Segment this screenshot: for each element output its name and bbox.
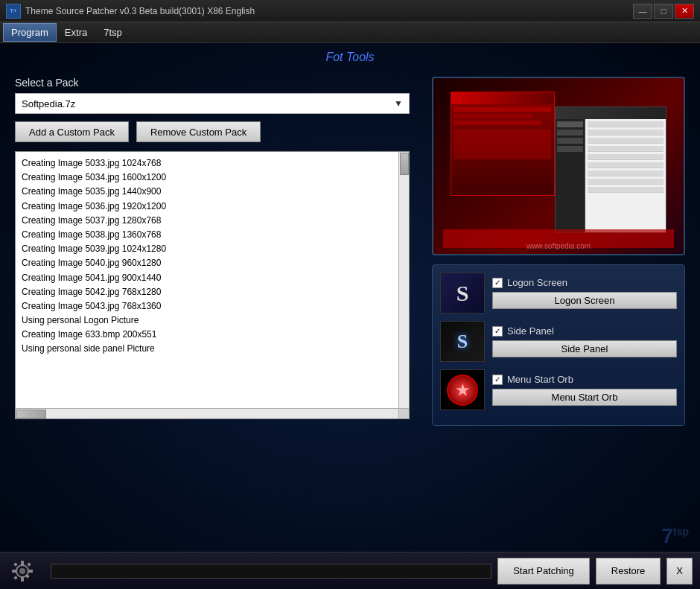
close-button[interactable]: ✕: [675, 4, 694, 19]
svg-rect-12: [27, 562, 31, 567]
option-row-0: SLogon ScreenLogon Screen: [440, 273, 677, 313]
option-checkbox-row-1: Side Panel: [492, 325, 677, 337]
add-custom-pack-button[interactable]: Add a Custom Pack: [15, 121, 129, 142]
scrollbar-thumb-horizontal[interactable]: [16, 410, 46, 418]
log-line: Creating Image 5033.jpg 1024x768: [22, 156, 392, 171]
preview-sidebar: [556, 119, 585, 232]
option-checkbox-row-2: Menu Start Orb: [492, 374, 677, 385]
right-panel: www.softpedia.com SLogon ScreenLogon Scr…: [432, 77, 685, 426]
option-controls-2: Menu Start OrbMenu Start Orb: [492, 374, 677, 406]
horizontal-scrollbar[interactable]: [16, 408, 398, 418]
preview-content: [585, 119, 666, 232]
chevron-down-icon: ▼: [394, 98, 403, 109]
svg-rect-5: [21, 561, 24, 565]
title-bar: T+ Theme Source Patcher v0.3 Beta build(…: [0, 0, 700, 22]
log-content: Creating Image 5033.jpg 1024x768Creating…: [16, 152, 398, 361]
svg-rect-7: [12, 570, 16, 573]
vertical-scrollbar[interactable]: [398, 152, 409, 408]
gear-icon: [7, 556, 37, 586]
log-line: Creating Image 5036.jpg 1920x1200: [22, 200, 392, 214]
option-row-2: ★Menu Start OrbMenu Start Orb: [440, 369, 677, 410]
maximize-button[interactable]: □: [654, 4, 673, 19]
log-container: Creating Image 5033.jpg 1024x768Creating…: [15, 151, 410, 419]
preview-explorer: [555, 106, 666, 233]
svg-text:★: ★: [456, 382, 470, 398]
option-button-1[interactable]: Side Panel: [492, 340, 677, 357]
preview-window: [451, 92, 555, 196]
preview-explorer-title: [556, 107, 666, 119]
preview-inner: [433, 78, 684, 254]
preview-screenshot: [443, 84, 674, 248]
menu-program[interactable]: Program: [3, 23, 57, 42]
svg-point-4: [19, 568, 25, 574]
log-line: Creating Image 5037.jpg 1280x768: [22, 214, 392, 228]
pack-buttons: Add a Custom Pack Remove Custom Pack: [15, 121, 432, 142]
option-checkbox-0[interactable]: [492, 278, 503, 288]
option-checkbox-row-0: Logon Screen: [492, 277, 677, 288]
option-checkbox-1[interactable]: [492, 326, 503, 337]
log-line: Creating Image 5034.jpg 1600x1200: [22, 171, 392, 185]
left-panel: Select a Pack Softpedia.7z ▼ Add a Custo…: [15, 77, 432, 419]
option-icon-0[interactable]: S: [440, 273, 485, 313]
start-patching-button[interactable]: Start Patching: [497, 558, 590, 585]
log-line: Using personal Logon Picture: [22, 313, 392, 328]
svg-rect-9: [13, 562, 18, 567]
option-controls-1: Side PanelSide Panel: [492, 325, 677, 357]
option-label-2: Menu Start Orb: [507, 374, 573, 385]
option-button-2[interactable]: Menu Start Orb: [492, 389, 677, 406]
log-line: Creating Image 5042.jpg 768x1280: [22, 285, 392, 299]
svg-rect-8: [28, 570, 33, 573]
app-icon: T+: [6, 4, 21, 19]
log-line: Creating Image 5041.jpg 900x1440: [22, 271, 392, 285]
scrollbar-thumb-vertical[interactable]: [400, 153, 409, 175]
title-bar-text: Theme Source Patcher v0.3 Beta build(300…: [25, 6, 633, 16]
svg-rect-6: [21, 577, 24, 582]
option-checkbox-2[interactable]: [492, 375, 503, 385]
option-label-0: Logon Screen: [507, 277, 567, 288]
menu-extra[interactable]: Extra: [57, 23, 95, 42]
preview-area: www.softpedia.com: [432, 77, 685, 255]
menu-7tsp[interactable]: 7tsp: [95, 23, 130, 42]
pack-dropdown[interactable]: Softpedia.7z ▼: [15, 93, 410, 114]
close-x-button[interactable]: X: [666, 558, 693, 585]
softpedia-watermark: www.softpedia.com: [526, 242, 591, 250]
option-controls-0: Logon ScreenLogon Screen: [492, 277, 677, 309]
options-panel: SLogon ScreenLogon ScreenSSide PanelSide…: [432, 264, 685, 426]
remove-custom-pack-button[interactable]: Remove Custom Pack: [136, 121, 261, 142]
minimize-button[interactable]: —: [633, 4, 652, 19]
option-label-1: Side Panel: [507, 325, 554, 337]
option-icon-2[interactable]: ★: [440, 369, 485, 410]
main-window: Fot Tools Select a Pack Softpedia.7z ▼ A…: [0, 43, 700, 589]
scroll-corner: [398, 408, 409, 418]
title-bar-controls: — □ ✕: [633, 4, 694, 19]
fot-tools-header: Fot Tools: [15, 51, 685, 64]
log-line: Creating Image 5040.jpg 960x1280: [22, 256, 392, 270]
option-row-1: SSide PanelSide Panel: [440, 321, 677, 362]
svg-rect-11: [13, 576, 18, 580]
log-line: Creating Image 5043.jpg 768x1360: [22, 299, 392, 313]
log-line: Creating Image 5035.jpg 1440x900: [22, 185, 392, 199]
restore-button[interactable]: Restore: [596, 558, 661, 585]
menu-bar: Program Extra 7tsp: [0, 22, 700, 43]
log-line: Using personal side panel Picture: [22, 342, 392, 356]
log-line: Creating Image 633.bmp 200x551: [22, 328, 392, 342]
log-inner: Creating Image 5033.jpg 1024x768Creating…: [16, 152, 409, 418]
pack-dropdown-value: Softpedia.7z: [22, 98, 394, 109]
tsp-watermark: 7tsp: [661, 524, 689, 548]
option-button-0[interactable]: Logon Screen: [492, 292, 677, 309]
bottom-bar: Start Patching Restore X: [0, 552, 700, 589]
select-pack-label: Select a Pack: [15, 77, 432, 89]
option-icon-1[interactable]: S: [440, 321, 485, 362]
progress-bar-container: [51, 564, 491, 579]
preview-window-title: [451, 92, 554, 104]
log-line: Creating Image 5039.jpg 1024x1280: [22, 242, 392, 256]
log-line: Creating Image 5038.jpg 1360x768: [22, 228, 392, 242]
